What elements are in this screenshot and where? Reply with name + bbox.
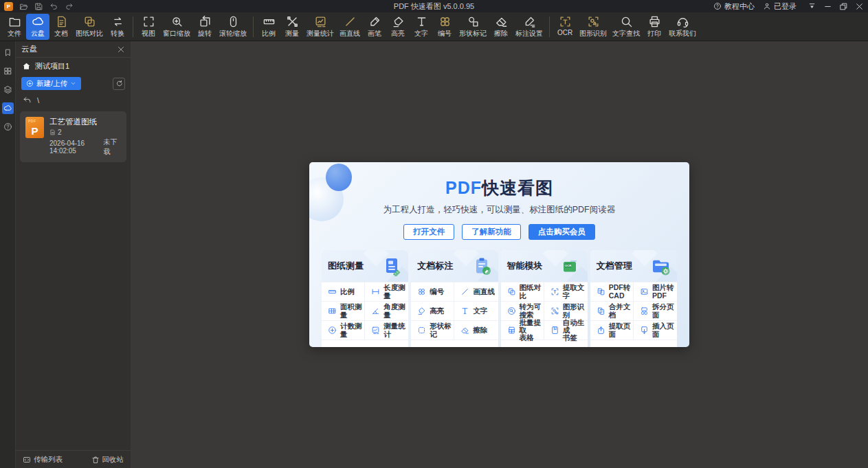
minimize-button[interactable] bbox=[823, 2, 832, 11]
tool-letter-t[interactable]: 文字 bbox=[410, 14, 433, 40]
feature-label: 长度测量 bbox=[383, 284, 408, 299]
open-file-icon[interactable] bbox=[19, 2, 28, 11]
tool-document[interactable]: 文档 bbox=[49, 14, 73, 40]
new-features-button[interactable]: 了解新功能 bbox=[462, 224, 521, 240]
trash-icon bbox=[91, 456, 100, 464]
welcome-subtitle: 为工程人打造，轻巧快速，可以测量、标注图纸的PDF阅读器 bbox=[309, 204, 689, 216]
headset-icon bbox=[676, 15, 689, 28]
transfer-list-button[interactable]: 传输列表 bbox=[23, 455, 63, 465]
sidebar-rail bbox=[0, 41, 15, 468]
feature-item[interactable]: 画直线 bbox=[454, 282, 498, 302]
tool-compare[interactable]: 图纸对比 bbox=[73, 14, 106, 40]
tool-folder[interactable]: 文件 bbox=[3, 14, 26, 40]
feature-item[interactable]: 面积测量 bbox=[322, 302, 365, 321]
eraser-icon bbox=[460, 326, 469, 335]
new-upload-button[interactable]: 新建/上传 bbox=[21, 77, 81, 90]
tool-ruler[interactable]: 比例 bbox=[257, 14, 280, 40]
toolbar-separator bbox=[549, 16, 550, 37]
feature-item[interactable]: 插入页面 bbox=[634, 321, 677, 340]
feature-item[interactable]: 高亮 bbox=[411, 302, 454, 321]
help-circle-icon bbox=[713, 2, 722, 10]
tool-shapes[interactable]: 形状标记 bbox=[456, 14, 489, 40]
rail-bookmarks[interactable] bbox=[2, 47, 14, 58]
tool-doc-chart[interactable]: 测量统计 bbox=[304, 14, 337, 40]
feature-item[interactable]: 计数测量 bbox=[322, 321, 365, 340]
feature-item[interactable]: PDF转CAD bbox=[590, 282, 634, 302]
save-icon[interactable] bbox=[34, 2, 43, 11]
feature-item[interactable]: 自动生成 书签 bbox=[544, 321, 588, 340]
feature-item[interactable]: 提取页面 bbox=[590, 321, 634, 340]
tool-ocr[interactable]: OCR bbox=[553, 14, 577, 38]
restore-button[interactable] bbox=[839, 2, 848, 11]
close-button[interactable] bbox=[855, 2, 864, 11]
tool-label: 测量统计 bbox=[307, 29, 334, 38]
tool-shape-recognize[interactable]: 图形识别 bbox=[577, 14, 610, 40]
feature-item[interactable]: 图片转PDF bbox=[634, 282, 677, 302]
document-canvas: PDF快速看图 为工程人打造，轻巧快速，可以测量、标注图纸的PDF阅读器 打开文… bbox=[131, 41, 868, 468]
file-date: 2026-04-16 14:02:05 bbox=[49, 140, 104, 155]
collapse-toolbar-button[interactable] bbox=[808, 2, 816, 11]
login-status-button[interactable]: 已登录 bbox=[763, 1, 797, 12]
rail-layers[interactable] bbox=[2, 84, 14, 96]
feature-item[interactable]: 图纸对比 bbox=[501, 282, 544, 302]
feature-item[interactable]: 比例 bbox=[322, 282, 365, 302]
tool-convert[interactable]: 转换 bbox=[106, 14, 129, 40]
tutorial-center-button[interactable]: 教程中心 bbox=[713, 1, 755, 12]
tool-caliper[interactable]: 测量 bbox=[280, 14, 304, 40]
tool-label: 打印 bbox=[647, 29, 661, 38]
feature-item[interactable]: 合并文档 bbox=[590, 302, 634, 321]
feature-column: 智能模块OCR图纸对比提取文字转为可搜索图形识别批量提取 表格自动生成 书签 bbox=[501, 250, 588, 347]
tool-pen[interactable]: 画笔 bbox=[363, 14, 386, 40]
tool-annotate-settings[interactable]: 标注设置 bbox=[513, 14, 546, 40]
redo-icon[interactable] bbox=[65, 2, 74, 11]
svg-text:OCR: OCR bbox=[565, 263, 571, 267]
tool-zoom-window[interactable]: 窗口缩放 bbox=[160, 14, 193, 40]
open-file-button[interactable]: 打开文件 bbox=[403, 224, 454, 240]
h-arrow-icon bbox=[371, 287, 380, 296]
tool-printer[interactable]: 打印 bbox=[643, 14, 666, 40]
tool-view-frame[interactable]: 视图 bbox=[137, 14, 160, 40]
tool-eraser[interactable]: 擦除 bbox=[489, 14, 513, 40]
feature-item[interactable]: 批量提取 表格 bbox=[501, 321, 544, 340]
compare-icon bbox=[507, 287, 516, 296]
rail-cloud[interactable] bbox=[2, 102, 14, 114]
rail-help[interactable] bbox=[2, 121, 14, 133]
tool-mouse-wheel[interactable]: 滚轮缩放 bbox=[216, 14, 249, 40]
recycle-bin-label: 回收站 bbox=[102, 455, 124, 465]
tool-marker-pen[interactable]: 高亮 bbox=[386, 14, 410, 40]
project-row[interactable]: 测试项目1 bbox=[16, 58, 131, 74]
tool-four-circles[interactable]: 编号 bbox=[433, 14, 456, 40]
feature-item[interactable]: 角度测量 bbox=[365, 302, 408, 321]
rail-thumbnails[interactable] bbox=[2, 65, 14, 77]
feature-column: 文档管理PDF转CAD图片转PDF合并文档拆分页面提取页面插入页面 bbox=[590, 250, 677, 347]
file-card[interactable]: PDFP 工艺管道图纸 2 2026-04-16 14:02:05 未下载 bbox=[20, 111, 126, 162]
tool-rotate[interactable]: 旋转 bbox=[193, 14, 216, 40]
eraser-icon bbox=[495, 15, 508, 28]
bookmark-icon bbox=[3, 48, 12, 57]
feature-item[interactable]: 长度测量 bbox=[365, 282, 408, 302]
feature-item[interactable]: 测量统计 bbox=[365, 321, 408, 340]
feature-item[interactable]: 形状标记 bbox=[411, 321, 454, 340]
compare-icon bbox=[83, 15, 96, 28]
feature-item[interactable]: 文字 bbox=[454, 302, 498, 321]
layers-icon bbox=[3, 85, 12, 94]
buy-membership-button[interactable]: 点击购买会员 bbox=[528, 224, 595, 240]
window-controls bbox=[808, 2, 864, 11]
feature-item[interactable]: 拆分页面 bbox=[634, 302, 677, 321]
undo-icon[interactable] bbox=[49, 2, 58, 11]
feature-label: 插入页面 bbox=[652, 322, 677, 337]
tool-diag-line[interactable]: 画直线 bbox=[337, 14, 363, 40]
recycle-bin-button[interactable]: 回收站 bbox=[91, 455, 124, 465]
feature-item[interactable]: 擦除 bbox=[454, 321, 498, 340]
caliper-icon bbox=[286, 15, 299, 28]
feature-item[interactable]: 提取文字 bbox=[544, 282, 588, 302]
tool-cloud[interactable]: 云盘 bbox=[26, 14, 49, 40]
refresh-button[interactable] bbox=[113, 78, 125, 90]
tool-headset[interactable]: 联系我们 bbox=[666, 14, 699, 40]
four-circles-icon bbox=[438, 15, 452, 28]
tool-search[interactable]: 文字查找 bbox=[610, 14, 643, 40]
dashed-rect-icon bbox=[417, 326, 426, 335]
close-icon[interactable] bbox=[117, 45, 125, 54]
back-arrow-icon[interactable] bbox=[23, 96, 32, 104]
feature-item[interactable]: 编号 bbox=[411, 282, 454, 302]
